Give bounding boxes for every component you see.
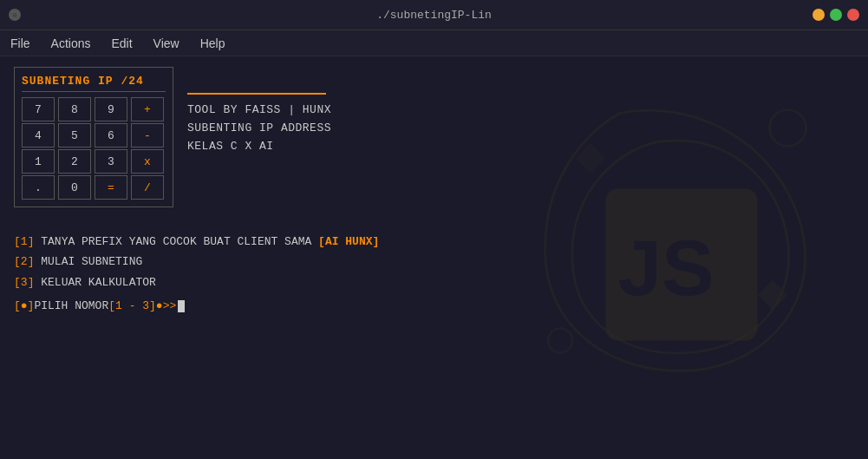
menu-edit[interactable]: Edit xyxy=(108,35,135,52)
terminal-content: SUBNETING IP /24 789+456-123x.0=/ TOOL B… xyxy=(14,67,854,312)
menu-options: [1] TANYA PREFIX YANG COCOK BUAT CLIENT … xyxy=(14,232,854,292)
calc-cell-0[interactable]: 0 xyxy=(58,175,91,200)
terminal-area: JS SUBNETING IP /24 789+456-123x.0=/ TOO… xyxy=(0,56,868,459)
prompt-line: [●] PILIH NOMOR [1 - 3] ●>> xyxy=(14,299,854,312)
calc-cell-2[interactable]: 2 xyxy=(58,149,91,174)
cursor-blink xyxy=(178,300,185,312)
calc-cell-7[interactable]: 7 xyxy=(22,97,55,121)
option-2: [2] MULAI SUBNETING xyxy=(14,252,854,272)
calc-title: SUBNETING IP /24 xyxy=(22,75,166,92)
calc-cell-5[interactable]: 5 xyxy=(58,123,91,148)
window-title: ./subnetingIP-Lin xyxy=(376,9,492,22)
calc-cell-8[interactable]: 8 xyxy=(58,97,91,121)
menu-help[interactable]: Help xyxy=(197,35,229,52)
info-line3: KELAS C X AI xyxy=(187,138,331,156)
calc-cell-9[interactable]: 9 xyxy=(95,97,127,121)
info-divider xyxy=(187,93,326,95)
calc-cell-4[interactable]: 4 xyxy=(22,123,55,148)
calc-cell-x[interactable]: x xyxy=(131,149,164,174)
maximize-button[interactable] xyxy=(830,9,842,21)
option-1: [1] TANYA PREFIX YANG COCOK BUAT CLIENT … xyxy=(14,232,854,252)
calc-cell-1[interactable]: 1 xyxy=(22,149,55,174)
svg-point-3 xyxy=(548,329,572,353)
title-bar-left: ⊙ xyxy=(9,9,21,21)
close-button[interactable] xyxy=(847,9,859,21)
calc-cell-3[interactable]: 3 xyxy=(95,149,127,174)
calculator-widget: SUBNETING IP /24 789+456-123x.0=/ xyxy=(14,67,173,207)
info-line1: TOOL BY FAISS | HUNX xyxy=(187,102,331,120)
title-bar: ⊙ ./subnetingIP-Lin xyxy=(0,0,868,30)
window-controls xyxy=(813,9,859,21)
menu-file[interactable]: File xyxy=(7,35,34,52)
terminal-top: SUBNETING IP /24 789+456-123x.0=/ TOOL B… xyxy=(14,67,854,218)
info-line2: SUBENTING IP ADDRESS xyxy=(187,120,331,138)
terminal-icon: ⊙ xyxy=(9,9,21,21)
calc-cell--[interactable]: - xyxy=(131,123,164,148)
calc-cell-/[interactable]: / xyxy=(131,175,164,200)
calc-cell-=[interactable]: = xyxy=(95,175,127,200)
calc-cell-+[interactable]: + xyxy=(131,97,164,121)
menu-bar: File Actions Edit View Help xyxy=(0,30,868,56)
calc-cell-.[interactable]: . xyxy=(22,175,55,200)
minimize-button[interactable] xyxy=(813,9,825,21)
option-3: [3] KELUAR KALKULATOR xyxy=(14,272,854,292)
menu-view[interactable]: View xyxy=(150,35,183,52)
info-block: TOOL BY FAISS | HUNX SUBENTING IP ADDRES… xyxy=(187,67,331,155)
calc-grid: 789+456-123x.0=/ xyxy=(22,97,166,200)
menu-actions[interactable]: Actions xyxy=(48,35,95,52)
calc-cell-6[interactable]: 6 xyxy=(95,123,127,148)
